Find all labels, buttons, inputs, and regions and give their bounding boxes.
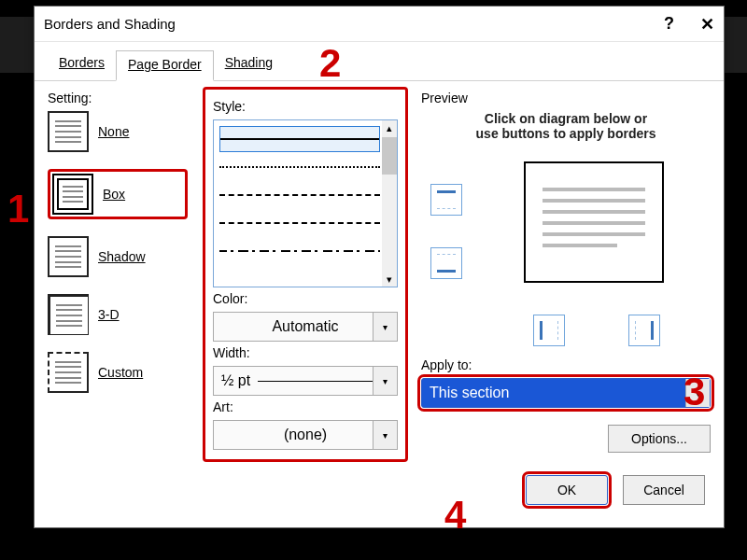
art-combo[interactable]: (none) ▾ bbox=[213, 420, 398, 450]
preview-label: Preview bbox=[421, 91, 711, 105]
style-label: Style: bbox=[213, 99, 398, 114]
apply-to-combo[interactable]: This section ▾ bbox=[421, 378, 711, 408]
annotation-1: 1 bbox=[7, 187, 29, 231]
art-value: (none) bbox=[284, 427, 327, 443]
dialog-title: Borders and Shading bbox=[44, 16, 176, 32]
setting-custom[interactable]: Custom bbox=[48, 352, 188, 393]
border-right-button[interactable] bbox=[628, 315, 660, 346]
help-icon[interactable]: ? bbox=[664, 14, 674, 35]
close-icon[interactable]: ✕ bbox=[700, 14, 714, 35]
borders-shading-dialog: Borders and Shading ? ✕ Borders Page Bor… bbox=[34, 6, 725, 528]
preview-column: Preview Click on diagram below oruse but… bbox=[421, 87, 711, 462]
tabs: Borders Page Border Shading bbox=[35, 42, 724, 81]
style-option[interactable] bbox=[219, 210, 380, 236]
preview-area bbox=[421, 158, 711, 354]
chevron-down-icon[interactable]: ▾ bbox=[373, 367, 397, 395]
color-label: Color: bbox=[213, 291, 398, 306]
chevron-down-icon[interactable]: ▾ bbox=[373, 421, 397, 449]
ok-button[interactable]: OK bbox=[526, 475, 608, 505]
scroll-down-icon[interactable]: ▾ bbox=[382, 272, 397, 287]
setting-none[interactable]: None bbox=[48, 111, 188, 152]
style-scrollbar[interactable]: ▴ ▾ bbox=[382, 120, 397, 287]
dialog-footer: OK Cancel bbox=[35, 462, 724, 518]
preview-hint: Click on diagram below oruse buttons to … bbox=[421, 111, 711, 141]
width-value: ½ pt bbox=[221, 372, 250, 389]
border-bottom-button[interactable] bbox=[430, 247, 462, 279]
tab-borders[interactable]: Borders bbox=[48, 49, 116, 80]
titlebar: Borders and Shading ? ✕ bbox=[35, 7, 724, 42]
setting-box[interactable]: Box bbox=[48, 169, 188, 219]
width-label: Width: bbox=[213, 345, 398, 360]
border-top-button[interactable] bbox=[430, 184, 462, 216]
style-option[interactable] bbox=[219, 154, 380, 180]
chevron-down-icon[interactable]: ▾ bbox=[373, 313, 397, 341]
style-option[interactable] bbox=[219, 126, 380, 152]
tab-shading[interactable]: Shading bbox=[214, 49, 284, 80]
apply-to-value: This section bbox=[430, 385, 509, 401]
apply-to-label: Apply to: bbox=[421, 357, 711, 372]
cancel-button[interactable]: Cancel bbox=[623, 475, 705, 505]
border-left-button[interactable] bbox=[533, 315, 565, 346]
style-option[interactable] bbox=[219, 238, 380, 264]
style-option[interactable] bbox=[219, 182, 380, 208]
width-combo[interactable]: ½ pt ▾ bbox=[213, 366, 398, 396]
setting-label: Setting: bbox=[48, 91, 188, 105]
style-listbox[interactable]: ▴ ▾ bbox=[213, 119, 398, 287]
setting-custom-label: Custom bbox=[98, 365, 143, 380]
setting-shadow[interactable]: Shadow bbox=[48, 236, 188, 277]
art-label: Art: bbox=[213, 399, 398, 414]
tab-page-border[interactable]: Page Border bbox=[116, 50, 214, 81]
setting-3d-label: 3-D bbox=[98, 307, 120, 322]
scroll-thumb[interactable] bbox=[382, 137, 397, 175]
setting-box-label: Box bbox=[103, 187, 125, 202]
color-combo[interactable]: Automatic ▾ bbox=[213, 312, 398, 342]
chevron-down-icon[interactable]: ▾ bbox=[685, 379, 710, 407]
preview-page bbox=[524, 161, 664, 283]
setting-none-label: None bbox=[98, 124, 129, 139]
setting-shadow-label: Shadow bbox=[98, 249, 146, 264]
options-button[interactable]: Options... bbox=[608, 425, 711, 453]
scroll-up-icon[interactable]: ▴ bbox=[382, 120, 397, 135]
style-column: Style: ▴ ▾ Color: Automatic bbox=[203, 87, 408, 462]
color-value: Automatic bbox=[272, 318, 338, 335]
setting-3d[interactable]: 3-D bbox=[48, 294, 188, 335]
setting-column: Setting: None Box Shadow 3-D Custom bbox=[48, 87, 188, 462]
